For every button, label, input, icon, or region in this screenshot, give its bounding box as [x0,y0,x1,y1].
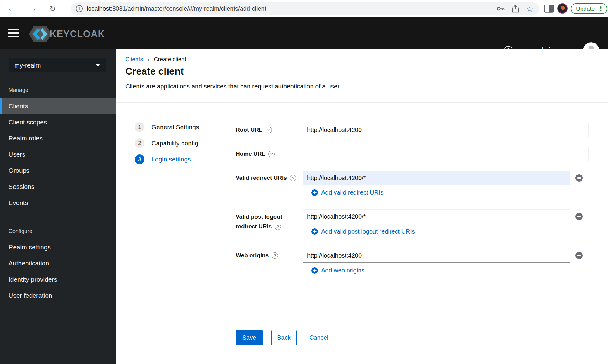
help-icon[interactable]: ? [290,175,296,181]
divider [226,113,226,354]
label-text: Root URL [236,127,262,133]
step-label: General Settings [151,123,199,131]
label-text: Web origins [236,252,269,259]
screen: ← → ↻ i localhost:8081/admin/master/cons… [0,0,608,364]
url-path: :8081/admin/master/console/#/my-realm/cl… [111,5,266,12]
split-screen-icon[interactable] [544,5,554,14]
post-logout-uris-label-line1: Valid post logout [236,213,282,220]
share-icon[interactable] [511,5,519,13]
remove-post-logout-uri-button[interactable] [575,213,583,220]
plus-icon [311,228,318,235]
update-label: Update [576,5,595,12]
add-redirect-uri-button[interactable]: Add valid redirect URIs [311,189,384,196]
address-bar[interactable]: i localhost:8081/admin/master/console/#/… [71,2,539,15]
step-label: Login settings [151,156,191,163]
browser-forward-icon[interactable]: → [26,0,39,17]
sidebar-item-authentication[interactable]: Authentication [0,255,116,271]
breadcrumb-separator-icon: › [147,57,149,62]
browser-toolbar: ← → ↻ i localhost:8081/admin/master/cons… [0,0,608,17]
keycloak-logo[interactable]: KEYCLOAK [28,25,105,43]
site-info-icon[interactable]: i [76,5,83,12]
save-button[interactable]: Save [236,330,263,345]
nav-configure-list: Realm settings Authentication Identity p… [0,239,116,303]
realm-selector[interactable]: my-realm [9,58,106,72]
brand-text: KEYCLOAK [50,29,105,40]
wizard-step-login-settings[interactable]: 3 Login settings [135,154,191,164]
sidebar-item-identity-providers[interactable]: Identity providers [0,271,116,287]
home-url-input[interactable] [303,147,589,161]
label-text: Valid post logout [236,213,282,220]
sidebar-item-events[interactable]: Events [0,195,116,211]
nav-section-manage: Manage [9,86,28,94]
add-post-logout-uri-button[interactable]: Add valid post logout redirect URIs [311,227,415,235]
add-link-label: Add web origins [321,267,364,274]
browser-profile-avatar[interactable] [557,3,568,14]
browser-reload-icon[interactable]: ↻ [47,0,59,17]
cancel-button[interactable]: Cancel [309,330,328,345]
redirect-uri-input[interactable] [303,171,570,185]
label-text: redirect URIs [236,223,272,230]
back-button[interactable]: Back [271,330,297,345]
sidebar-item-clients[interactable]: Clients [0,98,116,114]
add-link-label: Add valid post logout redirect URIs [321,228,415,235]
sidebar-item-groups[interactable]: Groups [0,162,116,179]
nav-section-configure: Configure [9,227,32,235]
update-button[interactable]: Update ⋮ [571,3,607,14]
redirect-uris-label: Valid redirect URIs ? [236,174,296,182]
browser-menu-icon[interactable]: ⋮ [598,5,604,12]
web-origin-input[interactable] [303,248,570,263]
address-bar-actions: ☆ [497,5,534,13]
sidebar-item-sessions[interactable]: Sessions [0,179,116,195]
plus-icon [311,267,318,274]
post-logout-uris-label-line2: redirect URIs ? [236,223,281,230]
help-icon[interactable]: ? [268,151,275,157]
wizard-step-general-settings[interactable]: 1 General Settings [135,122,199,132]
keycloak-masthead: KEYCLOAK ? admin [0,17,608,49]
sidebar-item-realm-roles[interactable]: Realm roles [0,130,116,146]
divider [116,102,608,103]
sidebar-item-user-federation[interactable]: User federation [0,287,116,303]
bookmark-star-icon[interactable]: ☆ [526,5,534,13]
help-icon[interactable]: ? [275,224,281,230]
sidebar-item-users[interactable]: Users [0,146,116,162]
step-number: 2 [135,138,144,148]
nav-toggle-hamburger-icon[interactable] [8,29,19,37]
breadcrumb-current: Create client [154,56,186,63]
breadcrumb-clients-link[interactable]: Clients [125,56,143,63]
url-host: localhost [87,5,111,12]
plus-icon [311,189,318,196]
remove-web-origin-button[interactable] [575,252,583,259]
step-label: Capability config [151,140,198,147]
help-icon[interactable]: ? [266,127,272,133]
home-url-label: Home URL ? [236,150,275,158]
add-web-origin-button[interactable]: Add web origins [311,266,364,274]
root-url-input[interactable] [303,123,589,137]
chevron-down-icon [96,64,100,67]
wizard-step-capability-config[interactable]: 2 Capability config [135,138,198,148]
step-number: 1 [135,122,144,132]
sidebar-item-client-scopes[interactable]: Client scopes [0,114,116,130]
url-text: localhost:8081/admin/master/console/#/my… [87,5,266,12]
breadcrumb: Clients › Create client [125,56,186,63]
sidebar-item-realm-settings[interactable]: Realm settings [0,239,116,255]
remove-redirect-uri-button[interactable] [575,174,583,182]
main-content: Clients › Create client Create client Cl… [116,49,608,364]
label-text: Valid redirect URIs [236,175,287,181]
page-title: Create client [125,66,184,77]
nav-manage-list: Clients Client scopes Realm roles Users … [0,98,116,211]
step-number: 3 [135,154,144,164]
post-logout-uri-input[interactable] [303,209,570,224]
page-subtitle: Clients are applications and services th… [125,83,341,90]
sidebar: my-realm Manage Clients Client scopes Re… [0,49,116,364]
help-icon[interactable]: ? [272,252,278,259]
label-text: Home URL [236,151,265,157]
divider [0,79,116,79]
password-key-icon[interactable] [497,5,505,13]
browser-back-icon[interactable]: ← [5,0,18,17]
realm-selector-value: my-realm [14,62,41,69]
keycloak-logo-icon [28,25,52,43]
web-origins-label: Web origins ? [236,252,278,259]
root-url-label: Root URL ? [236,126,272,133]
add-link-label: Add valid redirect URIs [321,189,384,196]
